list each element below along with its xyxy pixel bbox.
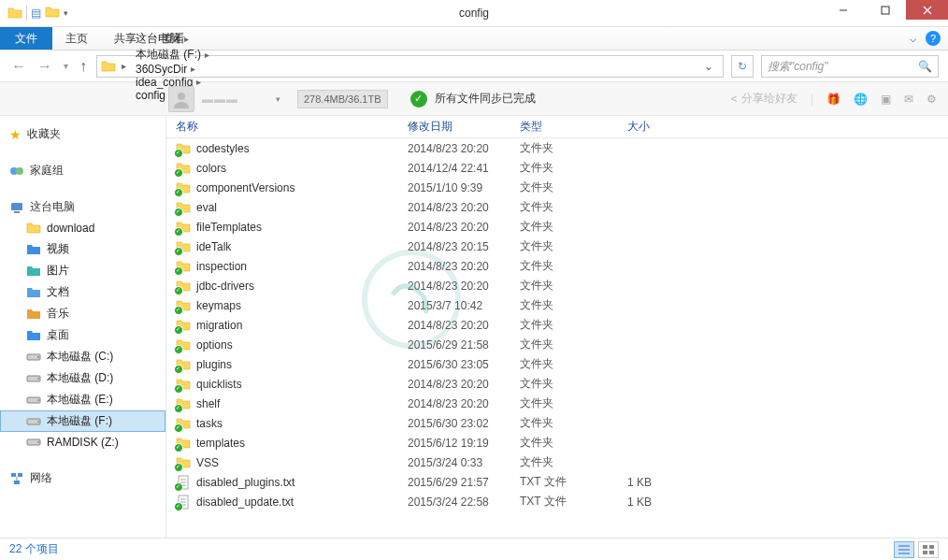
file-row[interactable]: keymaps2015/3/7 10:42文件夹	[166, 295, 948, 315]
message-icon[interactable]: ✉	[904, 93, 913, 106]
sidebar-item-pictures-2[interactable]: 图片	[0, 260, 165, 281]
sidebar-network[interactable]: 网络	[0, 467, 165, 489]
ribbon-collapse-icon[interactable]: ⌵	[910, 32, 916, 45]
sidebar-item-drive-8[interactable]: 本地磁盘 (E:)	[0, 389, 165, 410]
file-type: 文件夹	[520, 219, 627, 235]
sidebar-item-music-4[interactable]: 音乐	[0, 303, 165, 324]
file-date: 2015/3/24 22:58	[408, 495, 520, 509]
file-row[interactable]: fileTemplates2014/8/23 20:20文件夹	[166, 217, 948, 237]
file-row[interactable]: disabled_update.txt2015/3/24 22:58TXT 文件…	[166, 492, 948, 511]
svg-rect-1	[882, 7, 889, 14]
minimize-button[interactable]	[822, 0, 864, 20]
sidebar-item-docs-3[interactable]: 文档	[0, 281, 165, 303]
gear-icon[interactable]: ⚙	[926, 93, 937, 106]
sidebar-item-drive-9[interactable]: 本地磁盘 (F:)	[0, 410, 165, 432]
file-row[interactable]: colors2014/12/4 22:41文件夹	[166, 158, 948, 178]
file-size: 1 KB	[627, 476, 721, 489]
qat-newfolder-icon[interactable]	[45, 5, 60, 22]
gift-icon[interactable]: 🎁	[826, 93, 840, 106]
file-icon	[176, 495, 191, 510]
file-date: 2015/1/10 9:39	[408, 181, 520, 194]
crumb-2[interactable]: 360SycDir▸	[132, 63, 213, 76]
file-name: options	[196, 338, 408, 352]
file-row[interactable]: templates2015/6/12 19:19文件夹	[166, 433, 948, 452]
share-button[interactable]: <分享给好友	[731, 91, 797, 107]
refresh-button[interactable]: ↻	[731, 55, 754, 78]
file-name: quicklists	[196, 378, 408, 391]
svg-point-18	[37, 441, 39, 443]
file-name: jdbc-drivers	[196, 280, 408, 293]
qat-properties-icon[interactable]: ▤	[31, 7, 41, 20]
col-type[interactable]: 类型	[520, 119, 627, 135]
col-size[interactable]: 大小	[627, 119, 721, 135]
search-input[interactable]	[768, 60, 912, 73]
file-tab[interactable]: 文件	[0, 27, 52, 50]
folder-icon	[176, 180, 191, 195]
sidebar-item-folder-0[interactable]: download	[0, 218, 165, 238]
crumb-0[interactable]: 这台电脑▸	[132, 31, 213, 47]
address-bar[interactable]: ▸ 这台电脑▸本地磁盘 (F:)▸360SycDir▸idea_config▸c…	[96, 55, 724, 78]
file-type: 文件夹	[520, 435, 627, 451]
file-row[interactable]: ideTalk2014/8/23 20:15文件夹	[166, 237, 948, 256]
sidebar-item-desktop-5[interactable]: 桌面	[0, 324, 165, 346]
sidebar-item-video-1[interactable]: 视频	[0, 238, 165, 260]
sidebar-favorites[interactable]: ★收藏夹	[0, 123, 165, 145]
file-type: 文件夹	[520, 278, 627, 294]
folder-icon	[176, 318, 191, 333]
folder-icon	[176, 259, 191, 274]
file-row[interactable]: componentVersions2015/1/10 9:39文件夹	[166, 178, 948, 197]
recent-dropdown-icon[interactable]: ▾	[62, 59, 70, 73]
file-row[interactable]: VSS2015/3/24 0:33文件夹	[166, 452, 948, 472]
file-row[interactable]: eval2014/8/23 20:20文件夹	[166, 197, 948, 217]
file-name: ideTalk	[196, 240, 408, 253]
sidebar-thispc[interactable]: 这台电脑	[0, 196, 165, 218]
crumb-root-arrow[interactable]: ▸	[118, 61, 130, 71]
up-button[interactable]: ↑	[78, 56, 89, 77]
view-details-button[interactable]	[894, 541, 914, 558]
forward-button[interactable]: →	[36, 56, 54, 77]
file-row[interactable]: plugins2015/6/30 23:05文件夹	[166, 354, 948, 374]
search-box[interactable]: 🔍	[761, 55, 939, 78]
col-name[interactable]: 名称	[166, 119, 408, 135]
folder-icon	[176, 357, 191, 372]
screen-icon[interactable]: ▣	[881, 93, 891, 106]
file-name: codestyles	[196, 142, 408, 155]
tab-home[interactable]: 主页	[52, 27, 101, 50]
address-dropdown-icon[interactable]: ⌄	[698, 60, 719, 73]
file-type: 文件夹	[520, 297, 627, 313]
file-name: keymaps	[196, 299, 408, 312]
folder-icon	[176, 377, 191, 392]
close-button[interactable]	[906, 0, 948, 20]
file-date: 2015/3/24 0:33	[408, 456, 520, 469]
file-row[interactable]: quicklists2014/8/23 20:20文件夹	[166, 374, 948, 394]
view-icons-button[interactable]	[918, 541, 939, 558]
qat-dropdown-icon[interactable]: ▾	[64, 8, 68, 18]
sidebar-item-drive-c-6[interactable]: 本地磁盘 (C:)	[0, 346, 165, 367]
window-title: config	[459, 7, 489, 20]
avatar[interactable]	[168, 86, 194, 112]
help-icon[interactable]: ?	[926, 31, 941, 46]
globe-icon[interactable]: 🌐	[854, 93, 868, 106]
file-row[interactable]: disabled_plugins.txt2015/6/29 21:57TXT 文…	[166, 472, 948, 492]
maximize-button[interactable]	[864, 0, 906, 20]
col-date[interactable]: 修改日期	[408, 119, 520, 135]
file-row[interactable]: options2015/6/29 21:58文件夹	[166, 335, 948, 354]
crumb-1[interactable]: 本地磁盘 (F:)▸	[132, 47, 213, 63]
app-icon	[7, 6, 22, 21]
search-icon[interactable]: 🔍	[918, 60, 932, 73]
drive-icon	[26, 435, 41, 450]
sidebar-item-drive-10[interactable]: RAMDISK (Z:)	[0, 432, 165, 452]
file-row[interactable]: shelf2014/8/23 20:20文件夹	[166, 394, 948, 413]
svg-point-14	[37, 399, 39, 401]
back-button[interactable]: ←	[9, 56, 28, 77]
file-row[interactable]: inspection2014/8/23 20:20文件夹	[166, 256, 948, 276]
file-row[interactable]: tasks2015/6/30 23:02文件夹	[166, 413, 948, 433]
file-row[interactable]: jdbc-drivers2014/8/23 20:20文件夹	[166, 276, 948, 295]
docs-icon	[26, 285, 41, 300]
sidebar-homegroup[interactable]: 家庭组	[0, 160, 165, 181]
file-row[interactable]: migration2014/8/23 20:20文件夹	[166, 315, 948, 335]
user-dropdown[interactable]: ▬▬▬▾	[202, 93, 290, 106]
file-row[interactable]: codestyles2014/8/23 20:20文件夹	[166, 138, 948, 158]
sidebar-item-drive-7[interactable]: 本地磁盘 (D:)	[0, 367, 165, 389]
file-date: 2014/8/23 20:20	[408, 221, 520, 234]
